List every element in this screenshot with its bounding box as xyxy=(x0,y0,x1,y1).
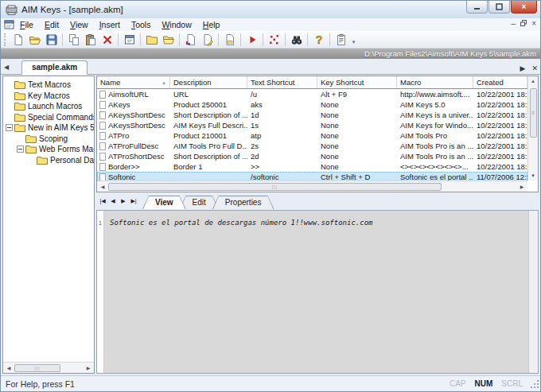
cell-created: 10/22/2001 18:22 xyxy=(473,162,527,171)
tab-scroll-left-button[interactable]: ◀ xyxy=(1,60,12,74)
table-row[interactable]: AKeysShortDesc AIM Keys Full Descri... 1… xyxy=(97,120,527,130)
properties-button[interactable] xyxy=(121,32,138,47)
collapse-icon[interactable] xyxy=(17,146,24,153)
record-macro-button[interactable] xyxy=(266,32,282,47)
detail-vertical-scrollbar[interactable] xyxy=(528,211,538,373)
scrollbar-thumb[interactable]: ≡ xyxy=(530,88,537,138)
new-folder-button[interactable] xyxy=(143,32,160,47)
scroll-right-icon[interactable]: ▶ xyxy=(84,365,92,371)
detail-tab-label: View xyxy=(143,196,185,209)
open-file-button[interactable] xyxy=(26,32,43,47)
first-tab-button[interactable]: |◀ xyxy=(99,198,107,204)
save-file-button[interactable] xyxy=(43,32,60,47)
table-row[interactable]: AKeys Product 250001 aks None AIM Keys 5… xyxy=(97,99,527,110)
previous-tab-button[interactable]: ◀ xyxy=(109,198,117,204)
table-vertical-scrollbar[interactable]: ▲ ≡ ▼ xyxy=(527,76,538,180)
table-row[interactable]: AKeysShortDesc Short Description of ... … xyxy=(97,110,527,120)
cell-name: AKeysShortDesc xyxy=(108,121,165,130)
view-macro-button[interactable] xyxy=(221,32,238,47)
collapse-icon[interactable] xyxy=(6,124,13,131)
minimize-button[interactable] xyxy=(466,1,488,14)
mdi-restore-button[interactable] xyxy=(520,19,527,29)
keyboard-indicators: CAPNUMSCRL xyxy=(450,379,523,388)
macro-content-view[interactable]: 1 Softonic es el portal de descargas núm… xyxy=(96,210,539,374)
help-button[interactable]: ? xyxy=(310,32,327,47)
column-header-macro[interactable]: Macro xyxy=(397,76,473,88)
copy-button[interactable] xyxy=(65,32,82,47)
cell-created: 10/22/2001 18:22 xyxy=(473,90,527,99)
new-document-button[interactable] xyxy=(10,32,26,47)
menu-item[interactable]: View xyxy=(64,19,94,30)
scrollbar-thumb[interactable]: ||| xyxy=(108,183,442,191)
cell-description: Product 210001 xyxy=(170,131,247,140)
detail-tab[interactable]: Edit xyxy=(180,196,219,209)
menu-item[interactable]: Insert xyxy=(94,19,126,30)
edit-macro-icon xyxy=(201,33,214,46)
tree-item[interactable]: Text Macros xyxy=(3,80,94,91)
column-header-created[interactable]: Created xyxy=(473,76,527,88)
find-button[interactable] xyxy=(288,32,305,47)
run-macro-button[interactable] xyxy=(243,32,260,47)
menu-item[interactable]: Tools xyxy=(126,19,157,30)
close-button[interactable]: × xyxy=(511,1,537,14)
open-folder-button[interactable] xyxy=(160,32,177,47)
tree-item[interactable]: Scoping xyxy=(3,134,94,145)
column-header-name[interactable]: Name▲ xyxy=(97,76,170,88)
folder-icon xyxy=(25,134,37,143)
tab-scroll-right-button[interactable]: ▶ xyxy=(520,64,526,72)
table-row[interactable]: ATProFullDesc AIM Tools Pro Full D... 2s… xyxy=(97,141,527,151)
document-tab[interactable]: sample.akm xyxy=(21,60,88,75)
tree-item[interactable]: Personal Data xyxy=(3,155,94,166)
table-body: AimsoftURL URL /u Alt + F9 http://www.ai… xyxy=(97,89,527,182)
tree-item[interactable]: Special Commands xyxy=(3,112,94,123)
properties-icon xyxy=(123,33,136,46)
scrollbar-thumb[interactable]: ||| xyxy=(14,364,60,372)
cell-key-shortcut: None xyxy=(317,152,397,161)
next-tab-button[interactable]: ▶ xyxy=(119,198,127,204)
window-title: AIM Keys - [sample.akm] xyxy=(21,5,123,14)
table-row[interactable]: AimsoftURL URL /u Alt + F9 http://www.ai… xyxy=(97,89,527,99)
table-row[interactable]: ATProShortDesc Short Description of ... … xyxy=(97,151,527,161)
tab-close-button[interactable]: ✕ xyxy=(531,64,538,72)
menu-item[interactable]: Window xyxy=(156,19,197,30)
resize-grip[interactable] xyxy=(530,379,539,390)
edit-macro-button[interactable] xyxy=(199,32,216,47)
menu-item[interactable]: Edit xyxy=(39,19,64,30)
last-tab-button[interactable]: ▶| xyxy=(130,198,138,204)
cell-name: ATProFullDesc xyxy=(108,142,158,150)
column-header-text-shortcut[interactable]: Text Shortcut xyxy=(247,76,317,88)
toolbar-overflow-button[interactable]: ▾ xyxy=(349,32,358,47)
cell-description: AIM Tools Pro Full D... xyxy=(170,142,247,150)
menu-item[interactable]: File xyxy=(14,19,39,30)
tree-horizontal-scrollbar[interactable]: ◀ ||| ▶ xyxy=(3,362,94,373)
toolbar-grip[interactable] xyxy=(4,33,7,46)
mdi-close-button[interactable]: × xyxy=(531,19,536,29)
tree-item[interactable]: New in AIM Keys 5.0 xyxy=(3,122,94,134)
tree-item-label: New in AIM Keys 5.0 xyxy=(28,123,94,132)
scroll-right-icon[interactable]: ▶ xyxy=(518,184,526,189)
tree-item[interactable]: Launch Macros xyxy=(3,101,94,112)
delete-button[interactable] xyxy=(99,32,115,47)
paste-button[interactable] xyxy=(82,32,99,47)
scroll-left-icon[interactable]: ◀ xyxy=(99,184,107,189)
cell-text-shortcut: /u xyxy=(247,90,317,99)
tree-item[interactable]: Key Macros xyxy=(3,91,94,102)
status-bar: For Help, press F1 CAPNUMSCRL xyxy=(1,375,540,391)
table-row[interactable]: ATPro Product 210001 atp None AIM Tools … xyxy=(97,130,527,141)
maximize-button[interactable] xyxy=(488,1,510,14)
scroll-left-icon[interactable]: ◀ xyxy=(5,365,13,371)
menu-item[interactable]: Help xyxy=(197,19,226,30)
scroll-up-icon[interactable]: ▲ xyxy=(529,76,537,86)
tips-button[interactable] xyxy=(333,32,349,47)
tree-item[interactable]: Web Forms Macro xyxy=(3,144,94,155)
table-horizontal-scrollbar[interactable]: ◀ ||| ▶ xyxy=(97,180,527,192)
add-macro-button[interactable] xyxy=(182,32,199,47)
table-row[interactable]: Border>> Border 1 >> None <><><><><><><>… xyxy=(97,161,527,172)
scroll-down-icon[interactable]: ▼ xyxy=(529,171,537,180)
detail-tab[interactable]: Properties xyxy=(212,196,274,209)
column-header-key-shortcut[interactable]: Key Shortcut xyxy=(317,76,397,88)
column-header-description[interactable]: Description xyxy=(170,76,247,88)
detail-tab[interactable]: View xyxy=(142,196,186,209)
menu-items: FileEditViewInsertToolsWindowHelp xyxy=(14,19,225,30)
mdi-minimize-button[interactable]: – xyxy=(512,19,516,29)
